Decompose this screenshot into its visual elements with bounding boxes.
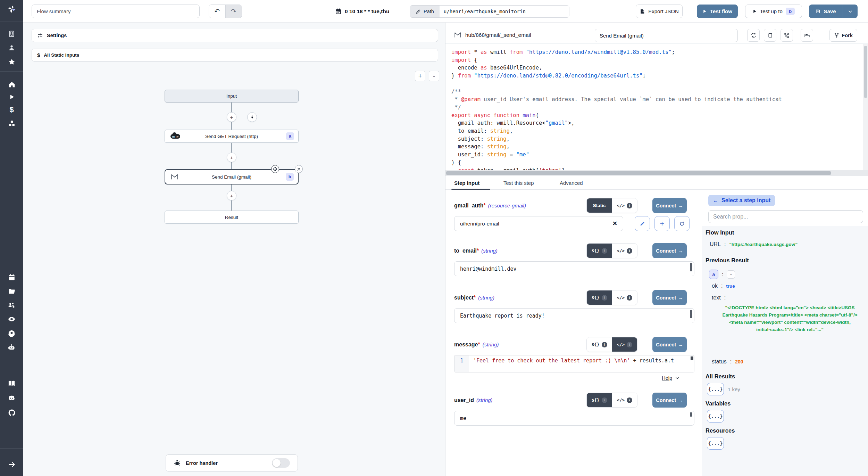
flow-node-result[interactable]: Result bbox=[165, 211, 299, 224]
windmill-logo-icon[interactable] bbox=[0, 2, 23, 16]
collapse-toggle[interactable]: - bbox=[727, 270, 735, 279]
sidebar-item-favorites-star-icon[interactable] bbox=[0, 55, 23, 69]
test-up-to-button[interactable]: Test up to b bbox=[745, 5, 802, 18]
previous-result-a-row[interactable]: a : - bbox=[709, 270, 735, 279]
box-button[interactable] bbox=[764, 29, 776, 42]
arrow-right-icon: → bbox=[678, 295, 683, 301]
user-id-input[interactable]: me bbox=[454, 411, 694, 426]
code-editor[interactable]: import * as wmill from "https://deno.lan… bbox=[445, 44, 863, 170]
code-vertical-scrollbar[interactable] bbox=[863, 44, 868, 170]
input-mode-toggle: ${}i </>i bbox=[586, 393, 637, 408]
export-json-button[interactable]: Export JSON bbox=[636, 5, 683, 18]
sidebar-item-variables-dollar-icon[interactable]: $ bbox=[0, 103, 23, 117]
mode-javascript[interactable]: </>i bbox=[612, 244, 637, 258]
code-horizontal-scrollbar[interactable] bbox=[445, 170, 868, 176]
mode-javascript[interactable]: </>i bbox=[612, 393, 637, 407]
mode-javascript[interactable]: </>i bbox=[612, 198, 637, 213]
tab-step-input[interactable]: Step Input bbox=[454, 176, 479, 190]
sidebar-item-docs-book-icon[interactable] bbox=[0, 376, 23, 390]
add-step-button[interactable]: + bbox=[227, 112, 236, 122]
result-text-row[interactable]: text : bbox=[712, 295, 726, 301]
call-button[interactable] bbox=[781, 29, 793, 42]
remove-step-button[interactable] bbox=[295, 165, 303, 173]
flow-summary-input[interactable] bbox=[32, 5, 200, 18]
mode-template[interactable]: ${}i bbox=[587, 290, 612, 305]
flow-node-http-get[interactable]: HTTP Send GET Request (http) a bbox=[165, 130, 299, 143]
connect-button[interactable]: Connect→ bbox=[652, 243, 687, 258]
mode-template[interactable]: ${}i bbox=[587, 244, 612, 258]
flow-settings-button[interactable]: Settings bbox=[32, 29, 438, 42]
sync-script-button[interactable] bbox=[747, 29, 760, 42]
gmail-auth-resource-input[interactable]: u/henri/pro-email ✕ bbox=[454, 216, 623, 231]
add-resource-button[interactable]: + bbox=[654, 216, 670, 231]
clear-resource-icon[interactable]: ✕ bbox=[612, 220, 617, 227]
all-results-object-badge[interactable]: {...} bbox=[707, 383, 724, 395]
variables-object-badge[interactable]: {...} bbox=[707, 410, 724, 422]
sidebar-item-discord-icon[interactable] bbox=[0, 391, 23, 405]
calendar-icon bbox=[335, 8, 342, 15]
mode-template[interactable]: ${}i bbox=[587, 337, 612, 352]
sidebar-item-home-icon[interactable] bbox=[0, 77, 23, 91]
search-prop-input[interactable] bbox=[708, 210, 863, 223]
add-step-button[interactable]: + bbox=[227, 191, 236, 200]
edit-resource-button[interactable] bbox=[635, 216, 650, 231]
sidebar-item-folders-icon[interactable] bbox=[0, 284, 23, 298]
sidebar-item-schedules-calendar-icon[interactable] bbox=[0, 270, 23, 284]
trigger-lightning-button[interactable] bbox=[247, 112, 257, 122]
redo-button[interactable]: ↷ bbox=[225, 5, 242, 18]
expand-sidebar-arrow-icon[interactable] bbox=[0, 458, 23, 471]
select-step-input-pill[interactable]: ← Select a step input bbox=[708, 195, 775, 206]
zoom-in-button[interactable]: + bbox=[415, 71, 425, 81]
result-status-row[interactable]: status : 200 bbox=[712, 359, 743, 365]
step-title-input[interactable] bbox=[595, 29, 738, 42]
mode-static[interactable]: Static bbox=[587, 198, 612, 213]
path-input[interactable]: u/henri/earthquake_monitorin bbox=[440, 6, 569, 17]
flow-node-gmail-selected[interactable]: Send Email (gmail) b bbox=[165, 169, 299, 184]
save-dropdown-button[interactable] bbox=[843, 5, 858, 18]
test-flow-button[interactable]: Test flow bbox=[697, 5, 738, 18]
help-link[interactable]: Help bbox=[662, 375, 672, 381]
sidebar-item-settings-gear-icon[interactable] bbox=[0, 326, 23, 340]
mode-javascript[interactable]: </>i bbox=[612, 337, 637, 352]
mode-template[interactable]: ${}i bbox=[587, 393, 612, 407]
resources-object-badge[interactable]: {...} bbox=[707, 437, 724, 450]
flow-input-url-row[interactable]: URL : "https://earthquake.usgs.gov/" bbox=[710, 241, 798, 247]
all-static-inputs-button[interactable]: $ All Static Inputs bbox=[32, 49, 438, 61]
error-handler-toggle[interactable] bbox=[272, 458, 290, 468]
to-email-input[interactable]: henri@windmill.dev bbox=[454, 261, 694, 276]
save-button[interactable]: Save bbox=[809, 5, 843, 18]
mode-javascript[interactable]: </>i bbox=[612, 290, 637, 305]
text-value[interactable]: "<!DOCTYPE html> <html lang="en"> <head>… bbox=[722, 304, 858, 333]
hub-script-path[interactable]: hub/868/gmail/_send_email bbox=[454, 26, 531, 44]
sidebar-item-workers-robot-icon[interactable] bbox=[0, 340, 23, 354]
schedule-summary[interactable]: 0 10 18 * * tue,thu bbox=[335, 0, 389, 23]
redo-icon: ↷ bbox=[231, 7, 236, 15]
flow-node-input[interactable]: Input bbox=[165, 90, 299, 102]
code-mode-icon: </> bbox=[617, 248, 625, 253]
required-asterisk: * bbox=[474, 295, 476, 301]
connect-button[interactable]: Connect→ bbox=[652, 290, 687, 305]
refresh-resource-button[interactable] bbox=[674, 216, 690, 231]
sidebar-item-github-icon[interactable] bbox=[0, 406, 23, 420]
zoom-out-button[interactable]: - bbox=[429, 71, 439, 81]
move-step-handle[interactable] bbox=[271, 165, 279, 173]
undo-button[interactable]: ↶ bbox=[209, 5, 225, 18]
tab-test-this-step[interactable]: Test this step bbox=[503, 176, 534, 190]
bench-button[interactable] bbox=[801, 29, 813, 42]
sidebar-item-runs-play-icon[interactable] bbox=[0, 90, 23, 104]
sidebar-item-user-icon[interactable] bbox=[0, 41, 23, 55]
sidebar-item-groups-users-gear-icon[interactable] bbox=[0, 298, 23, 312]
subject-input[interactable]: Earthquake report is ready! bbox=[454, 308, 694, 323]
result-ok-row[interactable]: ok : true bbox=[712, 283, 735, 289]
sidebar-item-audit-eye-icon[interactable] bbox=[0, 312, 23, 326]
connect-button[interactable]: Connect→ bbox=[652, 337, 687, 352]
path-chip[interactable]: Path bbox=[410, 6, 440, 17]
connect-button[interactable]: Connect→ bbox=[652, 393, 687, 408]
connect-button[interactable]: Connect→ bbox=[652, 198, 687, 213]
message-code-editor[interactable]: 1 'Feel free to check out the latest rep… bbox=[454, 355, 694, 372]
tab-advanced[interactable]: Advanced bbox=[560, 176, 583, 190]
sidebar-item-resources-cubes-icon[interactable] bbox=[0, 116, 23, 130]
add-step-button[interactable]: + bbox=[227, 153, 236, 162]
fork-button[interactable]: Fork bbox=[829, 29, 857, 42]
sidebar-item-workspace-building-icon[interactable] bbox=[0, 27, 23, 41]
